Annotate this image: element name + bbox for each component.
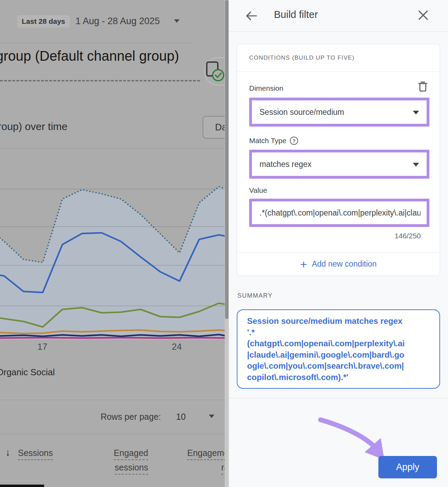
conditions-card-header: CONDITIONS (BUILD UP TO FIVE) bbox=[249, 44, 355, 71]
divider bbox=[229, 398, 448, 398]
chevron-down-icon[interactable] bbox=[209, 415, 214, 418]
summary-line: '.* bbox=[247, 327, 430, 338]
date-range-value[interactable]: 1 Aug - 28 Aug 2025 bbox=[75, 16, 160, 27]
dimension-label: Dimension bbox=[249, 84, 283, 92]
chevron-down-icon[interactable] bbox=[174, 19, 180, 23]
chevron-down-icon bbox=[413, 163, 419, 167]
conditions-card: CONDITIONS (BUILD UP TO FIVE) Dimension … bbox=[237, 44, 440, 276]
back-arrow-icon[interactable] bbox=[245, 9, 258, 23]
summary-line: (chatgpt\.com|openai\.com|perplexity\.ai bbox=[247, 338, 430, 349]
match-type-label: Match Type ? bbox=[249, 137, 298, 145]
x-tick-24: 24 bbox=[170, 341, 184, 352]
help-icon[interactable]: ? bbox=[290, 137, 298, 145]
rows-per-page-value[interactable]: 10 bbox=[172, 412, 190, 422]
summary-line: Session source/medium matches regex bbox=[247, 316, 430, 327]
plus-icon: + bbox=[300, 258, 307, 270]
divider bbox=[0, 434, 225, 434]
vertical-scrollbar[interactable] bbox=[225, 0, 229, 487]
match-type-select[interactable]: matches regex bbox=[249, 150, 429, 179]
chevron-down-icon bbox=[413, 111, 419, 115]
summary-line: |claude\.ai|gemini\.google\.com|bard\.go bbox=[247, 349, 430, 361]
value-label: Value bbox=[249, 186, 267, 195]
value-input[interactable] bbox=[259, 208, 420, 218]
column-header-engaged-sessions[interactable]: Engaged sessions bbox=[78, 446, 148, 475]
column-header-sessions[interactable]: Sessions bbox=[18, 446, 70, 460]
summary-card: Session source/medium matches regex '.* … bbox=[237, 309, 440, 389]
date-range-chip[interactable]: Last 28 days bbox=[17, 15, 70, 28]
scrollbar-thumb[interactable] bbox=[225, 0, 228, 319]
sessions-line-chart bbox=[0, 148, 225, 339]
page-title: group (Default channel group) bbox=[0, 48, 179, 64]
title-dashed-underline bbox=[0, 80, 200, 81]
summary-line: copilot\.microsoft\.com).*' bbox=[247, 372, 430, 383]
x-tick-17: 17 bbox=[35, 341, 49, 352]
build-filter-panel: Build filter CONDITIONS (BUILD UP TO FIV… bbox=[229, 0, 448, 487]
rows-per-page-label: Rows per page: bbox=[79, 412, 161, 422]
close-icon[interactable] bbox=[417, 9, 429, 21]
column-header-engagement-rate[interactable]: Engagement rate bbox=[172, 446, 225, 475]
divider bbox=[0, 400, 225, 400]
character-counter: 146/250 bbox=[395, 232, 421, 240]
bottom-bar-fragment bbox=[0, 485, 44, 487]
divider bbox=[237, 71, 440, 72]
legend-item-organic-social: Organic Social bbox=[0, 367, 55, 378]
screen: Last 28 days 1 Aug - 28 Aug 2025 group (… bbox=[0, 0, 448, 487]
granularity-dropdown[interactable]: Da bbox=[203, 116, 225, 139]
chart-section-title: roup) over time bbox=[0, 121, 68, 132]
value-input-box[interactable] bbox=[249, 199, 429, 227]
summary-label: SUMMARY bbox=[237, 292, 273, 299]
apply-button[interactable]: Apply bbox=[378, 456, 437, 478]
panel-title: Build filter bbox=[274, 9, 318, 20]
summary-line: ogle\.com|you\.com|search\.brave\.com| bbox=[247, 360, 430, 372]
copy-check-icon[interactable] bbox=[205, 60, 225, 82]
dimension-select[interactable]: Session source/medium bbox=[249, 98, 429, 127]
add-new-condition-button[interactable]: + Add new condition bbox=[237, 252, 440, 276]
dimmed-report-area: Last 28 days 1 Aug - 28 Aug 2025 group (… bbox=[0, 0, 225, 487]
panel-header: Build filter bbox=[229, 0, 448, 32]
divider bbox=[0, 43, 193, 43]
sort-descending-icon[interactable]: ↓ bbox=[6, 447, 10, 458]
delete-condition-icon[interactable] bbox=[418, 81, 428, 92]
